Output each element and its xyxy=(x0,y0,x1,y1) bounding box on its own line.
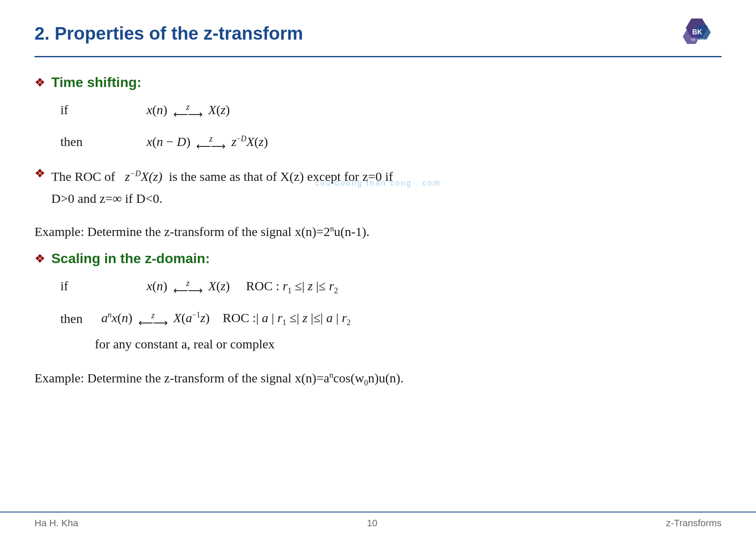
example-2: Example: Determine the z-transform of th… xyxy=(34,368,722,389)
math-block-scaling: if x(n) z ⟵⟶ X(z) ROC : r1 ≤| z |≤ r2 xyxy=(60,274,722,356)
scaling-then-row: then anx(n) z ⟵⟶ X(a−1z) ROC :| a | r1 ≤… xyxy=(60,306,722,355)
z-arrow-4: z ⟵⟶ xyxy=(138,311,168,328)
bk-logo: BK TP. HCM xyxy=(678,16,722,51)
roc-text-part3: D>0 and z=∞ if D<0. xyxy=(51,191,162,205)
scaling-then-content: anx(n) z ⟵⟶ X(a−1z) ROC :| a | r1 ≤| z |… xyxy=(95,306,351,355)
time-shifting-header: ❖ Time shifting: xyxy=(34,75,722,90)
bullet-diamond-1: ❖ xyxy=(34,75,45,90)
scaling-for-label: for any constant a, real or complex xyxy=(95,332,351,356)
scaling-if-expr: x(n) z ⟵⟶ X(z) ROC : r1 ≤| z |≤ r2 xyxy=(147,274,338,298)
example-1: Example: Determine the z-transform of th… xyxy=(34,221,722,242)
time-shifting-title: Time shifting: xyxy=(51,75,141,90)
math-expr-then: x(n − D) z ⟵⟶ z−DX(z) xyxy=(147,130,268,153)
footer: Ha H. Kha 10 z-Transforms xyxy=(0,512,756,534)
if-label: if xyxy=(60,98,95,121)
content-area: ❖ Time shifting: if x(n) z ⟵⟶ X(z) xyxy=(34,57,722,389)
footer-center: 10 xyxy=(367,518,377,529)
z-arrow-3: z ⟵⟶ xyxy=(173,279,203,296)
math-row-then: then x(n − D) z ⟵⟶ z−DX(z) xyxy=(60,130,722,153)
time-shifting-section: ❖ Time shifting: if x(n) z ⟵⟶ X(z) xyxy=(34,75,722,153)
z-arrow-1: z ⟵⟶ xyxy=(173,102,203,120)
scaling-header: ❖ Scaling in the z-domain: xyxy=(34,251,722,267)
math-row-if: if x(n) z ⟵⟶ X(z) xyxy=(60,98,722,121)
svg-text:BK: BK xyxy=(692,28,703,36)
math-expr-if: x(n) z ⟵⟶ X(z) xyxy=(147,98,230,121)
scaling-if-label: if xyxy=(60,274,95,298)
scaling-title: Scaling in the z-domain: xyxy=(51,251,210,267)
scaling-if-row: if x(n) z ⟵⟶ X(z) ROC : r1 ≤| z |≤ r2 xyxy=(60,274,722,298)
bullet-diamond-3: ❖ xyxy=(34,251,45,266)
footer-left: Ha H. Kha xyxy=(34,518,78,529)
page-title: 2. Properties of the z-transform xyxy=(34,23,303,44)
roc-math-expr: z−DX(z) xyxy=(125,169,162,183)
page-container: 2. Properties of the z-transform BK TP. … xyxy=(0,0,756,534)
then-label: then xyxy=(60,130,95,153)
z-arrow-2: z ⟵⟶ xyxy=(196,134,225,152)
watermark: cuu duong than cong . com xyxy=(315,179,441,188)
svg-text:TP. HCM: TP. HCM xyxy=(690,38,706,42)
header: 2. Properties of the z-transform BK TP. … xyxy=(34,0,722,57)
roc-text-part1: The ROC of xyxy=(51,169,122,183)
footer-right: z-Transforms xyxy=(666,518,722,529)
bullet-diamond-2: ❖ xyxy=(34,166,45,180)
scaling-then-label: then xyxy=(60,307,95,330)
scaling-section: ❖ Scaling in the z-domain: if x(n) z ⟵⟶ … xyxy=(34,251,722,356)
math-block-time-shift: if x(n) z ⟵⟶ X(z) then x(n − D) xyxy=(60,98,722,153)
scaling-then-expr: anx(n) z ⟵⟶ X(a−1z) ROC :| a | r1 ≤| z |… xyxy=(95,306,351,329)
